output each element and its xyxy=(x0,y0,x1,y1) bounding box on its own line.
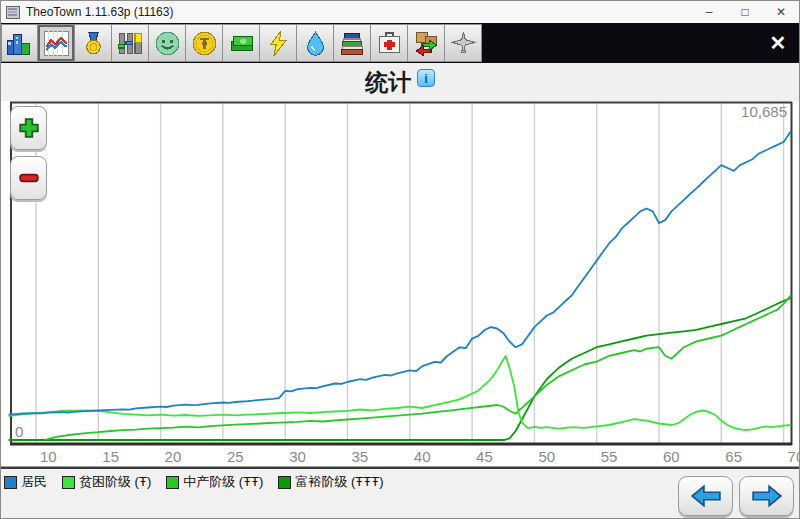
toolbar-rank-button[interactable] xyxy=(75,24,112,62)
panel-header: 统计 i xyxy=(1,63,799,101)
toolbar-city-button[interactable] xyxy=(1,24,38,62)
money-icon xyxy=(228,30,255,57)
toolbar-airport-button[interactable] xyxy=(445,24,482,62)
nav-prev-button[interactable] xyxy=(678,476,733,516)
toolbar-ratings-button[interactable] xyxy=(112,24,149,62)
happiness-icon xyxy=(154,30,181,57)
left-arrow-icon xyxy=(690,483,722,509)
info-icon[interactable]: i xyxy=(417,69,435,87)
x-tick-label: 25 xyxy=(227,448,244,465)
theotown-window: TheoTown 1.11.63p (11163) – □ ✕ ✕ 统计 i 1… xyxy=(0,0,800,519)
education-icon xyxy=(339,30,366,57)
toolbar-health-button[interactable] xyxy=(371,24,408,62)
bottom-bar: 居民贫困阶级 (Ŧ)中产阶级 (ŦŦ)富裕阶级 (ŦŦŦ) xyxy=(1,469,799,519)
water-icon xyxy=(302,30,329,57)
legend-item[interactable]: 中产阶级 (ŦŦ) xyxy=(166,473,263,491)
app-icon xyxy=(6,5,21,19)
maximize-button[interactable]: □ xyxy=(727,1,763,23)
legend-swatch xyxy=(166,476,179,489)
toolbar-water-button[interactable] xyxy=(297,24,334,62)
rank-icon xyxy=(80,30,107,57)
x-tick-label: 15 xyxy=(102,448,119,465)
series-line xyxy=(9,356,792,430)
legend-item[interactable]: 居民 xyxy=(4,473,47,491)
close-window-button[interactable]: ✕ xyxy=(763,1,799,23)
window-controls: – □ ✕ xyxy=(691,1,799,23)
health-icon xyxy=(376,30,403,57)
toolbar: ✕ xyxy=(1,23,799,63)
logistics-icon xyxy=(413,30,440,57)
energy-icon xyxy=(265,30,292,57)
x-tick-label: 70 xyxy=(788,448,800,465)
statistics-chart: 1015202530354045505560657010,6850 xyxy=(1,101,800,469)
minimize-button[interactable]: – xyxy=(691,1,727,23)
toolbar-currency-button[interactable] xyxy=(186,24,223,62)
window-title: TheoTown 1.11.63p (11163) xyxy=(26,5,691,19)
ratings-icon xyxy=(117,30,144,57)
legend-swatch xyxy=(4,476,17,489)
x-tick-label: 20 xyxy=(165,448,182,465)
legend-label: 贫困阶级 (Ŧ) xyxy=(79,473,151,491)
x-tick-label: 10 xyxy=(40,448,57,465)
airport-icon xyxy=(450,30,477,57)
series-line xyxy=(9,131,792,415)
toolbar-money-button[interactable] xyxy=(223,24,260,62)
legend-label: 富裕阶级 (ŦŦŦ) xyxy=(295,473,383,491)
zoom-in-button[interactable] xyxy=(10,106,47,150)
x-tick-label: 55 xyxy=(601,448,618,465)
x-tick-label: 35 xyxy=(352,448,369,465)
x-tick-label: 65 xyxy=(725,448,742,465)
toolbar-logistics-button[interactable] xyxy=(408,24,445,62)
series-line xyxy=(9,298,792,440)
x-tick-label: 30 xyxy=(289,448,306,465)
y-max-label: 10,685 xyxy=(741,103,787,120)
toolbar-statistics-button[interactable] xyxy=(38,24,75,62)
plus-icon xyxy=(18,117,40,139)
nav-next-button[interactable] xyxy=(739,476,794,516)
legend-item[interactable]: 贫困阶级 (Ŧ) xyxy=(62,473,151,491)
titlebar: TheoTown 1.11.63p (11163) – □ ✕ xyxy=(1,1,799,23)
x-tick-label: 40 xyxy=(414,448,431,465)
panel-close-button[interactable]: ✕ xyxy=(757,23,799,63)
y-zero-label: 0 xyxy=(15,423,23,440)
chart-area: 1015202530354045505560657010,6850 xyxy=(1,101,800,469)
minus-icon xyxy=(18,167,40,189)
legend-item[interactable]: 富裕阶级 (ŦŦŦ) xyxy=(278,473,383,491)
x-tick-label: 45 xyxy=(476,448,493,465)
legend-swatch xyxy=(278,476,291,489)
page-nav xyxy=(678,476,794,516)
legend-swatch xyxy=(62,476,75,489)
right-arrow-icon xyxy=(751,483,783,509)
x-tick-label: 60 xyxy=(663,448,680,465)
page-title: 统计 xyxy=(365,67,411,98)
toolbar-energy-button[interactable] xyxy=(260,24,297,62)
legend-label: 居民 xyxy=(21,473,47,491)
city-icon xyxy=(6,30,33,57)
statistics-icon xyxy=(43,30,70,57)
toolbar-happiness-button[interactable] xyxy=(149,24,186,62)
x-tick-label: 50 xyxy=(538,448,555,465)
zoom-out-button[interactable] xyxy=(10,156,47,200)
legend-label: 中产阶级 (ŦŦ) xyxy=(183,473,263,491)
currency-icon xyxy=(191,30,218,57)
series-line xyxy=(45,295,791,440)
toolbar-education-button[interactable] xyxy=(334,24,371,62)
